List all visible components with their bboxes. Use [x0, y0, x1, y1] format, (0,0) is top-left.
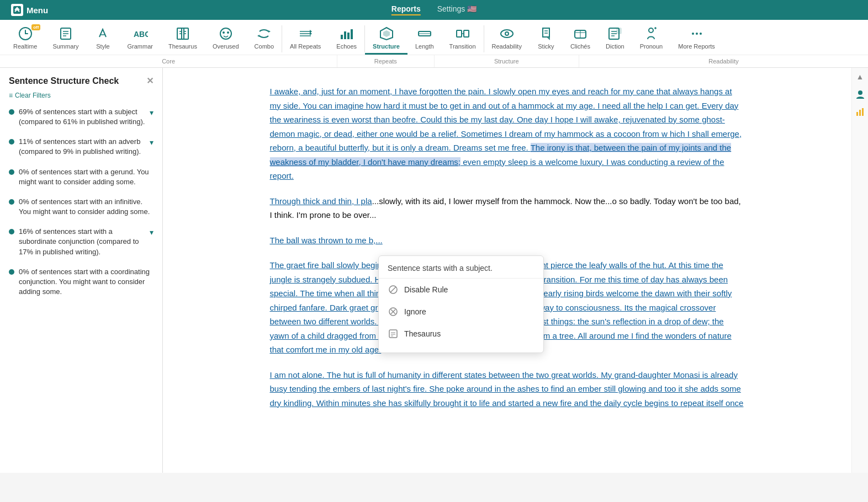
cliches-icon [572, 25, 589, 42]
toolbar-item-echoes[interactable]: Echoes [329, 23, 364, 55]
toolbar-item-sticky[interactable]: Sticky [530, 23, 563, 55]
toolbar-item-length[interactable]: Length [407, 23, 442, 55]
svg-point-32 [501, 30, 513, 38]
all-repeats-label: All Repeats [290, 43, 321, 50]
toolbar-item-overused[interactable]: Overused [205, 23, 247, 55]
echoes-label: Echoes [336, 43, 357, 50]
popup-thesaurus-icon [388, 328, 399, 339]
stat-dot-infinitive [9, 199, 14, 205]
stat-text-subordinate: 16% of sentences start with a subordinat… [19, 227, 145, 257]
nav-link-settings[interactable]: Settings 🇺🇸 [437, 4, 477, 15]
stat-infinitive: 0% of sentences start with an infinitive… [9, 197, 154, 217]
transition-label: Transition [449, 43, 476, 50]
svg-point-14 [220, 28, 231, 39]
stat-text-coordinating: 0% of sentences start with a coordinatin… [19, 267, 154, 297]
svg-point-47 [696, 33, 698, 35]
clear-filters-button[interactable]: ≡ Clear Filters [9, 92, 154, 99]
group-structure-label: Structure [435, 57, 579, 66]
svg-rect-61 [862, 108, 864, 116]
structure-label: Structure [373, 43, 400, 50]
toolbar-item-readability[interactable]: Readability [484, 23, 530, 55]
svg-text:ABC: ABC [134, 30, 148, 39]
text-content: I awake, and, just for an moment, I have… [270, 84, 745, 410]
toolbar-item-thesaurus[interactable]: Thesaurus [161, 23, 205, 55]
stat-text-infinitive: 0% of sentences start with an infinitive… [19, 197, 154, 217]
sidebar: Sentence Structure Check ✕ ≡ Clear Filte… [0, 68, 163, 473]
toolbar-item-summary[interactable]: Summary [45, 23, 86, 55]
toolbar-item-structure[interactable]: Structure [365, 23, 407, 55]
diction-label: Diction [606, 43, 624, 50]
stat-subject: 69% of sentences start with a subject (c… [9, 107, 154, 127]
scroll-up-icon[interactable]: ▲ [854, 70, 867, 83]
stat-dot-gerund [9, 169, 14, 175]
stat-dot-subject [9, 109, 14, 115]
stat-dot-subordinate [9, 229, 14, 234]
grammar-icon: ABC [132, 25, 149, 42]
disable-rule-label: Disable Rule [404, 285, 448, 294]
stat-text-gerund: 0% of sentences start with a gerund. You… [19, 167, 154, 187]
toolbar-item-style[interactable]: Style [86, 23, 119, 55]
svg-line-50 [390, 287, 396, 292]
cliches-label: Clichés [570, 43, 590, 50]
close-button[interactable]: ✕ [146, 76, 154, 86]
group-structure: Structure [435, 55, 580, 67]
toolbar-item-all-repeats[interactable]: All Repeats [282, 23, 329, 55]
pronoun-label: Pronoun [640, 43, 663, 50]
overused-label: Overused [213, 43, 239, 50]
popup-title: Sentence starts with a subject. [379, 264, 543, 279]
svg-rect-22 [344, 31, 346, 39]
thesaurus-label: Thesaurus [168, 43, 197, 50]
toolbar-item-transition[interactable]: Transition [442, 23, 484, 55]
thesaurus-icon [174, 25, 191, 42]
svg-rect-54 [389, 330, 397, 338]
toolbar-item-combo[interactable]: Combo [247, 23, 282, 55]
p2-underline: Through thick and thin, I pla [270, 196, 372, 206]
structure-icon [378, 25, 395, 42]
toolbar-item-diction[interactable]: Diction [598, 23, 632, 55]
more-reports-icon [689, 25, 705, 42]
toolbar-item-pronoun[interactable]: Pronoun [632, 23, 671, 55]
echoes-icon [338, 25, 355, 42]
toolbar-item-realtime[interactable]: off Realtime [6, 23, 45, 55]
chart-icon[interactable] [854, 105, 867, 119]
svg-point-15 [223, 31, 225, 34]
more-reports-label: More Reports [678, 43, 715, 50]
toolbar-icons: off Realtime Summary [0, 20, 868, 55]
svg-rect-29 [457, 30, 462, 37]
filter-icon: ≡ [9, 92, 13, 99]
stat-arrow-subject: ▾ [150, 108, 154, 117]
toolbar-item-more-reports[interactable]: More Reports [670, 23, 723, 55]
group-readability-label: Readability [579, 57, 868, 66]
top-nav-links: Reports Settings 🇺🇸 [391, 4, 477, 15]
popup-thesaurus[interactable]: Thesaurus [379, 323, 543, 345]
diction-icon [607, 25, 623, 42]
svg-rect-30 [464, 30, 469, 37]
overused-icon [218, 25, 234, 42]
content-area[interactable]: I awake, and, just for an moment, I have… [163, 68, 851, 473]
stat-subordinate: 16% of sentences start with a subordinat… [9, 227, 154, 257]
sidebar-header: Sentence Structure Check ✕ [9, 76, 154, 87]
logo-text: Menu [27, 6, 48, 15]
svg-rect-42 [617, 28, 621, 34]
svg-point-33 [505, 32, 509, 35]
summary-label: Summary [52, 43, 78, 50]
style-label: Style [96, 43, 109, 50]
combo-label: Combo [255, 43, 274, 50]
svg-marker-26 [383, 30, 390, 37]
clear-filters-label: Clear Filters [15, 92, 51, 99]
main-layout: Sentence Structure Check ✕ ≡ Clear Filte… [0, 68, 868, 473]
svg-point-46 [692, 33, 694, 35]
stat-arrow-adverb: ▾ [150, 138, 154, 147]
svg-point-48 [700, 33, 702, 35]
readability-label: Readability [492, 43, 522, 50]
readability-icon [499, 25, 515, 42]
context-popup: Sentence starts with a subject. Disable … [378, 255, 544, 353]
stat-adverb: 11% of sentences start with an adverb (c… [9, 137, 154, 157]
logo[interactable]: Menu [11, 4, 48, 16]
toolbar-item-cliches[interactable]: Clichés [563, 23, 598, 55]
svg-marker-17 [268, 30, 271, 33]
nav-link-reports[interactable]: Reports [391, 4, 421, 15]
popup-disable-rule[interactable]: Disable Rule [379, 279, 543, 301]
popup-ignore[interactable]: Ignore [379, 301, 543, 323]
toolbar-item-grammar[interactable]: ABC Grammar [119, 23, 160, 55]
